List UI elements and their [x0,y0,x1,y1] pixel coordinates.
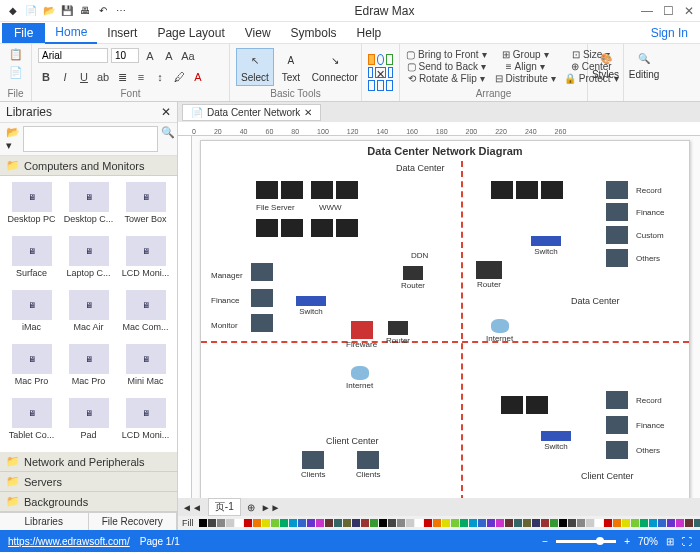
monitor-node[interactable]: Monitor [211,321,238,330]
server-node[interactable] [281,219,303,237]
color-swatch[interactable] [595,519,603,527]
spacing-icon[interactable]: ↕ [152,69,168,85]
color-swatch[interactable] [514,519,522,527]
server-node[interactable] [541,181,563,199]
server-node[interactable] [256,219,278,237]
shape-item[interactable]: 🖥Desktop C... [61,180,116,232]
page-add[interactable]: ⊕ [247,502,255,513]
pc-node[interactable] [606,203,628,221]
color-swatch[interactable] [442,519,450,527]
color-swatch[interactable] [235,519,243,527]
category-computers[interactable]: 📁Computers and Monitors [0,156,177,176]
color-swatch[interactable] [685,519,693,527]
category-network[interactable]: 📁Network and Peripherals [0,452,177,472]
shape-item[interactable]: 🖥Mac Pro [4,342,59,394]
tab-help[interactable]: Help [347,23,392,43]
color-swatch[interactable] [613,519,621,527]
libraries-search-input[interactable] [23,126,158,152]
router-node[interactable]: Router [386,321,410,345]
zoom-slider[interactable] [556,540,616,543]
color-swatch[interactable] [478,519,486,527]
bullets-icon[interactable]: ≣ [114,69,130,85]
color-swatch[interactable] [532,519,540,527]
minimize-button[interactable]: — [641,4,653,18]
color-swatch[interactable] [694,519,701,527]
page-nav-next[interactable]: ►► [261,502,281,513]
color-swatch[interactable] [469,519,477,527]
color-swatch[interactable] [262,519,270,527]
maximize-button[interactable]: ☐ [663,4,674,18]
shape-row-2[interactable]: ✕ [368,67,393,78]
pc-node[interactable] [606,441,628,459]
pc-node[interactable] [251,314,273,332]
color-swatch[interactable] [397,519,405,527]
switch-node[interactable]: Switch [541,431,571,451]
color-swatch[interactable] [253,519,261,527]
align-icon[interactable]: ≡ [133,69,149,85]
client-node[interactable]: Clients [301,451,325,479]
shape-item[interactable]: 🖥Surface [4,234,59,286]
color-swatch[interactable] [433,519,441,527]
pc-node[interactable] [606,416,628,434]
color-swatch[interactable] [676,519,684,527]
view-mode-icon[interactable]: ⊞ [666,536,674,547]
zoom-in-icon[interactable]: + [624,536,630,547]
color-swatch[interactable] [631,519,639,527]
tab-insert[interactable]: Insert [97,23,147,43]
switch-node[interactable]: Switch [296,296,326,316]
color-swatch[interactable] [379,519,387,527]
color-swatch[interactable] [298,519,306,527]
server-node[interactable] [281,181,303,199]
sidebar-tab-libraries[interactable]: Libraries [0,513,89,530]
color-swatch[interactable] [487,519,495,527]
shape-item[interactable]: 🖥Mac Com... [118,288,173,340]
server-node[interactable] [501,396,523,414]
distribute-button[interactable]: ⊟ Distribute ▾ [495,73,556,84]
libraries-close-icon[interactable]: ✕ [161,105,171,119]
strike-icon[interactable]: ab [95,69,111,85]
tab-page-layout[interactable]: Page Layout [147,23,234,43]
color-swatch[interactable] [559,519,567,527]
highlight-icon[interactable]: 🖊 [171,69,187,85]
zoom-out-icon[interactable]: − [542,536,548,547]
shape-item[interactable]: 🖥Tablet Co... [4,396,59,448]
file-menu[interactable]: File [2,23,45,43]
pc-node[interactable] [606,391,628,409]
internet-cloud[interactable]: Internet [486,319,513,343]
libraries-menu-icon[interactable]: 📂▾ [6,126,20,152]
client-node[interactable]: Clients [356,451,380,479]
color-swatch[interactable] [280,519,288,527]
font-name-select[interactable] [38,48,108,63]
new-icon[interactable]: 📄 [24,4,38,18]
copy-icon[interactable]: 📄 [8,64,24,80]
color-swatch[interactable] [640,519,648,527]
color-swatch[interactable] [649,519,657,527]
color-swatch[interactable] [523,519,531,527]
category-servers[interactable]: 📁Servers [0,472,177,492]
server-node[interactable] [336,181,358,199]
undo-icon[interactable]: ↶ [96,4,110,18]
shape-item[interactable]: 🖥Pad [61,396,116,448]
color-swatch[interactable] [244,519,252,527]
document-tab[interactable]: 📄 Data Center Network ✕ [182,104,321,121]
pc-node[interactable] [251,263,273,281]
print-icon[interactable]: 🖶 [78,4,92,18]
rotate-button[interactable]: ⟲ Rotate & Flip ▾ [408,73,485,84]
open-icon[interactable]: 📂 [42,4,56,18]
canvas[interactable]: Data Center Network Diagram Data Center … [192,136,700,498]
color-swatch[interactable] [316,519,324,527]
manager-node[interactable]: Manager [211,271,243,280]
color-swatch[interactable] [307,519,315,527]
server-node[interactable] [256,181,278,199]
tab-view[interactable]: View [235,23,281,43]
internet-cloud[interactable]: Internet [346,366,373,390]
shape-item[interactable]: 🖥Tower Box [118,180,173,232]
color-swatch[interactable] [658,519,666,527]
page-tab[interactable]: 页-1 [208,498,241,516]
server-node[interactable] [491,181,513,199]
shape-item[interactable]: 🖥iMac [4,288,59,340]
shape-row-1[interactable] [368,54,393,65]
font-color-icon[interactable]: A [190,69,206,85]
server-node[interactable] [516,181,538,199]
color-swatch[interactable] [424,519,432,527]
